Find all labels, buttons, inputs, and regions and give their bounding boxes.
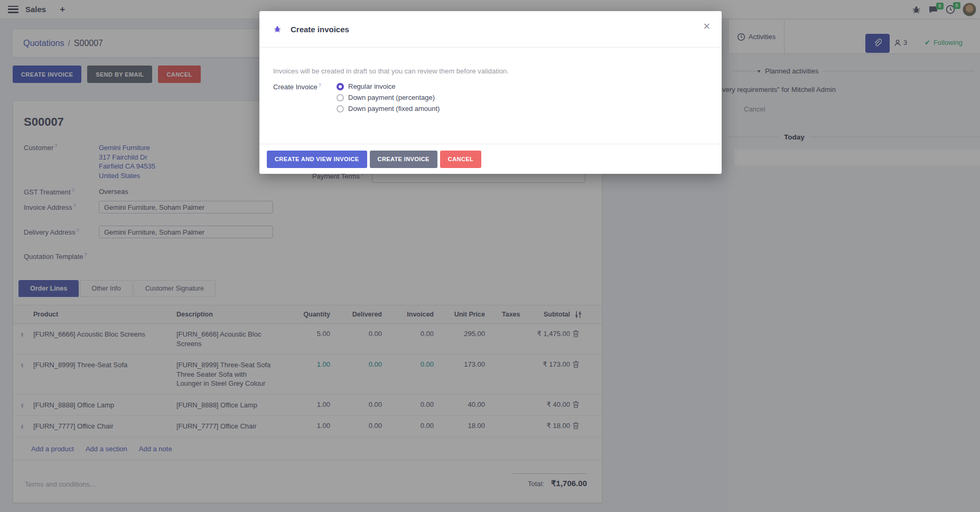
dialog-footer: CREATE AND VIEW INVOICE CREATE INVOICE C… bbox=[259, 144, 722, 174]
create-and-view-invoice-button[interactable]: CREATE AND VIEW INVOICE bbox=[267, 151, 367, 168]
radio-icon bbox=[337, 94, 344, 101]
radio-icon bbox=[337, 105, 344, 113]
radio-icon bbox=[337, 83, 344, 90]
close-icon[interactable]: × bbox=[703, 20, 710, 33]
dialog-body: Invoices will be created in draft so tha… bbox=[259, 48, 722, 113]
invoice-type-radio-group: Regular invoice Down payment (percentage… bbox=[337, 82, 440, 113]
create-invoices-dialog: Create invoices × Invoices will be creat… bbox=[259, 11, 722, 174]
dialog-note: Invoices will be created in draft so tha… bbox=[273, 67, 708, 75]
bug-icon bbox=[273, 25, 282, 33]
create-invoice-modal-button[interactable]: CREATE INVOICE bbox=[370, 151, 437, 168]
radio-down-payment-percentage[interactable]: Down payment (percentage) bbox=[337, 94, 440, 101]
cancel-modal-button[interactable]: CANCEL bbox=[440, 151, 481, 168]
dialog-title: Create invoices bbox=[291, 25, 349, 34]
create-invoice-field-label: Create Invoice? bbox=[273, 82, 337, 113]
dialog-header: Create invoices × bbox=[259, 11, 722, 48]
radio-down-payment-fixed[interactable]: Down payment (fixed amount) bbox=[337, 105, 440, 113]
radio-regular-invoice[interactable]: Regular invoice bbox=[337, 82, 440, 90]
